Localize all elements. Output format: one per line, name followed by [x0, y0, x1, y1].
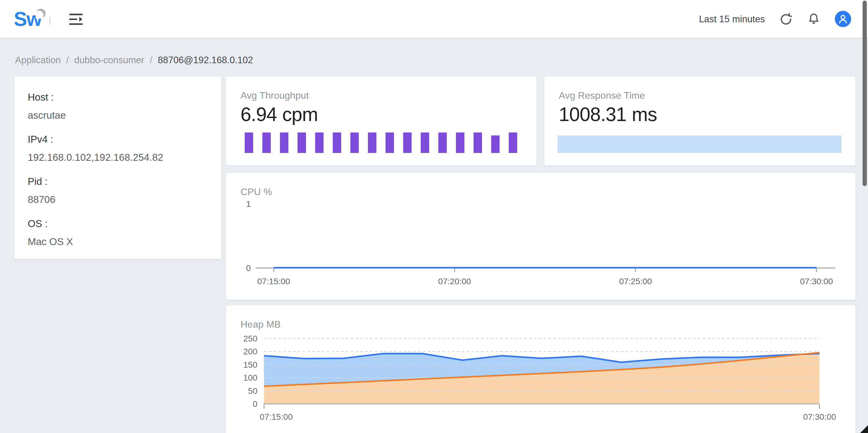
svg-text:100: 100	[243, 373, 257, 382]
breadcrumb-instance: 88706@192.168.0.102	[158, 55, 253, 66]
svg-text:250: 250	[243, 334, 257, 343]
svg-text:0: 0	[246, 264, 251, 273]
cpu-line-chart: 07:15:0007:20:0007:25:0007:30:0010	[226, 173, 855, 300]
breadcrumb-separator: /	[66, 55, 69, 66]
os-value: Mac OS X	[28, 234, 208, 249]
throughput-bar-chart	[226, 76, 536, 166]
breadcrumb-separator: /	[150, 55, 153, 66]
skywalking-app: Sw Last 15 minutes	[0, 0, 868, 433]
svg-text:200: 200	[243, 347, 257, 356]
app-header: Sw Last 15 minutes	[0, 0, 868, 38]
svg-text:07:15:00: 07:15:00	[257, 277, 290, 286]
avg-throughput-card: Avg Throughput 6.94cpm	[226, 76, 536, 166]
svg-text:07:30:00: 07:30:00	[800, 277, 833, 286]
svg-text:07:30:00: 07:30:00	[803, 412, 836, 422]
host-label: Host :	[28, 90, 208, 104]
os-field: OS : Mac OS X	[28, 216, 208, 249]
pid-label: Pid :	[28, 174, 208, 189]
response-time-bar	[544, 76, 855, 166]
host-value: ascrutae	[28, 108, 208, 122]
user-avatar-icon[interactable]	[835, 11, 851, 27]
header-actions: Last 15 minutes	[699, 0, 851, 38]
svg-text:07:20:00: 07:20:00	[438, 277, 471, 286]
crescent-moon-icon	[36, 8, 46, 21]
header-divider	[50, 17, 51, 25]
menu-unfold-icon[interactable]	[69, 13, 83, 26]
heap-chart-card: Heap MB 05010015020025007:15:0007:30:00	[226, 305, 855, 433]
host-field: Host : ascrutae	[28, 90, 208, 122]
bell-icon[interactable]	[808, 13, 820, 25]
cpu-chart-card: CPU % 07:15:0007:20:0007:25:0007:30:0010	[226, 173, 855, 300]
time-range-selector[interactable]: Last 15 minutes	[699, 13, 765, 24]
breadcrumb-service[interactable]: dubbo-consumer	[74, 55, 144, 66]
svg-text:50: 50	[248, 386, 257, 396]
os-label: OS :	[28, 216, 208, 231]
heap-area-chart: 05010015020025007:15:0007:30:00	[226, 305, 855, 433]
ipv4-value: 192.168.0.102,192.168.254.82	[28, 150, 208, 164]
ipv4-field: IPv4 : 192.168.0.102,192.168.254.82	[28, 132, 208, 164]
svg-text:1: 1	[246, 199, 251, 209]
breadcrumb: Application / dubbo-consumer / 88706@192…	[15, 55, 253, 66]
refresh-icon[interactable]	[779, 12, 793, 26]
app-logo[interactable]: Sw	[14, 6, 48, 33]
svg-text:0: 0	[253, 399, 257, 409]
pid-field: Pid : 88706	[28, 174, 208, 206]
ipv4-label: IPv4 :	[28, 132, 208, 146]
vertical-scrollbar-thumb[interactable]	[863, 1, 867, 186]
instance-info-card: Host : ascrutae IPv4 : 192.168.0.102,192…	[14, 76, 221, 259]
pid-value: 88706	[28, 192, 208, 206]
svg-text:07:15:00: 07:15:00	[260, 412, 293, 422]
breadcrumb-application[interactable]: Application	[15, 55, 61, 66]
svg-text:07:25:00: 07:25:00	[619, 277, 652, 286]
svg-text:150: 150	[243, 360, 257, 369]
avg-response-time-card: Avg Response Time 1008.31ms	[544, 76, 855, 166]
cursor-artifact	[860, 425, 868, 433]
